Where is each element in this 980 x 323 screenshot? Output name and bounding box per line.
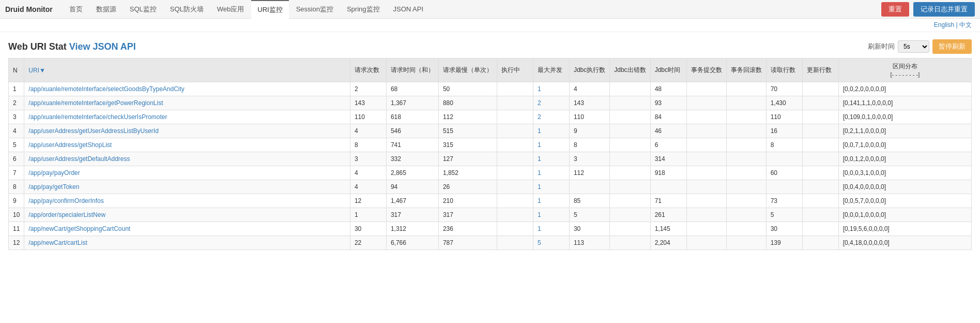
nav-datasource[interactable]: 数据源 — [90, 1, 122, 18]
nav-sql[interactable]: SQL监控 — [124, 1, 163, 18]
cell-n: 1 — [9, 82, 24, 96]
cell-n: 8 — [9, 180, 24, 194]
refresh-select[interactable]: 1s 5s 10s 30s 1min 停止 — [898, 40, 929, 53]
cell-concurrent-max[interactable]: 2 — [533, 110, 569, 124]
cell-concurrent-max[interactable]: 1 — [533, 152, 569, 166]
cell-concurrent-max[interactable]: 1 — [533, 124, 569, 138]
uri-link[interactable]: /app/pay/confirmOrderInfos — [28, 197, 103, 204]
nav-json-api[interactable]: JSON API — [387, 1, 430, 17]
cell-running — [497, 208, 533, 222]
cell-jdbc-time: 314 — [650, 152, 686, 166]
cell-jdbc-error — [610, 82, 650, 96]
cell-read-rows: 16 — [766, 124, 802, 138]
cell-read-rows: 1,430 — [766, 96, 802, 110]
cell-running — [497, 96, 533, 110]
cell-jdbc-exec: 110 — [569, 110, 609, 124]
uri-link[interactable]: /app/xuanle/remoteInterface/checkUserIsP… — [28, 113, 167, 121]
cell-uri[interactable]: /app/newCart/cartList — [24, 236, 350, 250]
cell-time-sum: 317 — [386, 208, 438, 222]
cell-concurrent-max[interactable]: 1 — [533, 194, 569, 208]
nav-spring[interactable]: Spring监控 — [341, 1, 386, 18]
cell-jdbc-exec: 9 — [569, 124, 609, 138]
cell-jdbc-error — [610, 96, 650, 110]
cell-distribution: [0,0,1,2,0,0,0,0] — [838, 152, 971, 166]
view-json-api-link[interactable]: View JSON API — [69, 41, 136, 52]
cell-uri[interactable]: /app/xuanle/remoteInterface/getPowerRegi… — [24, 96, 350, 110]
cell-tx-rollback — [726, 82, 766, 96]
cell-jdbc-error — [610, 180, 650, 194]
th-requests: 请求次数 — [350, 58, 386, 82]
nav-sql-firewall[interactable]: SQL防火墙 — [164, 1, 210, 18]
cell-running — [497, 124, 533, 138]
cell-concurrent-max[interactable]: 2 — [533, 96, 569, 110]
cell-jdbc-time: 48 — [650, 82, 686, 96]
table-container: N URI▼ 请求次数 请求时间（和） 请求最慢（单次） 执行中 最大并发 Jd… — [0, 58, 980, 258]
cell-uri[interactable]: /app/newCart/getShoppingCartCount — [24, 222, 350, 236]
log-reset-button[interactable]: 记录日志并重置 — [913, 2, 975, 17]
th-update-rows: 更新行数 — [802, 58, 838, 82]
cell-concurrent-max[interactable]: 5 — [533, 236, 569, 250]
cell-tx-rollback — [726, 180, 766, 194]
uri-link[interactable]: /app/pay/payOrder — [28, 169, 80, 177]
cell-n: 5 — [9, 138, 24, 152]
cell-jdbc-error — [610, 194, 650, 208]
cell-requests: 4 — [350, 180, 386, 194]
cell-running — [497, 110, 533, 124]
cell-jdbc-time: 84 — [650, 110, 686, 124]
cell-uri[interactable]: /app/order/specialerListNew — [24, 208, 350, 222]
cell-distribution: [0,0,2,0,0,0,0,0] — [838, 82, 971, 96]
cell-uri[interactable]: /app/userAddress/getUserAddressListByUse… — [24, 124, 350, 138]
cell-concurrent-max[interactable]: 1 — [533, 208, 569, 222]
nav-uri[interactable]: URI监控 — [251, 0, 288, 19]
table-row: 6 /app/userAddress/getDefaultAddress 3 3… — [9, 152, 972, 166]
cell-running — [497, 82, 533, 96]
cell-time-sum: 332 — [386, 152, 438, 166]
cell-uri[interactable]: /app/xuanle/remoteInterface/checkUserIsP… — [24, 110, 350, 124]
pause-button[interactable]: 暂停刷新 — [932, 39, 972, 54]
cell-jdbc-error — [610, 208, 650, 222]
th-uri[interactable]: URI▼ — [24, 58, 350, 82]
uri-link[interactable]: /app/xuanle/remoteInterface/selectGoodsB… — [28, 85, 185, 93]
cell-uri[interactable]: /app/userAddress/getShopList — [24, 138, 350, 152]
uri-link[interactable]: /app/order/specialerListNew — [28, 211, 105, 218]
table-row: 4 /app/userAddress/getUserAddressListByU… — [9, 124, 972, 138]
cell-uri[interactable]: /app/xuanle/remoteInterface/selectGoodsB… — [24, 82, 350, 96]
cell-concurrent-max[interactable]: 1 — [533, 180, 569, 194]
nav-session[interactable]: Session监控 — [290, 1, 340, 18]
cell-uri[interactable]: /app/pay/confirmOrderInfos — [24, 194, 350, 208]
uri-link[interactable]: /app/userAddress/getShopList — [28, 141, 112, 149]
uri-link[interactable]: /app/newCart/cartList — [28, 239, 87, 246]
cell-uri[interactable]: /app/pay/getToken — [24, 180, 350, 194]
cell-requests: 4 — [350, 166, 386, 180]
uri-link[interactable]: /app/userAddress/getDefaultAddress — [28, 155, 130, 163]
lang-english[interactable]: English — [934, 21, 954, 28]
nav-home[interactable]: 首页 — [63, 1, 89, 18]
cell-read-rows: 60 — [766, 166, 802, 180]
cell-concurrent-max[interactable]: 1 — [533, 82, 569, 96]
cell-time-max: 210 — [438, 194, 497, 208]
reset-button[interactable]: 重置 — [881, 2, 909, 17]
lang-chinese[interactable]: 中文 — [959, 21, 972, 28]
cell-time-sum: 546 — [386, 124, 438, 138]
cell-requests: 143 — [350, 96, 386, 110]
cell-time-sum: 6,766 — [386, 236, 438, 250]
cell-uri[interactable]: /app/pay/payOrder — [24, 166, 350, 180]
nav-web-app[interactable]: Web应用 — [211, 1, 251, 18]
cell-n: 12 — [9, 236, 24, 250]
uri-link[interactable]: /app/userAddress/getUserAddressListByUse… — [28, 127, 158, 135]
cell-jdbc-time — [650, 180, 686, 194]
uri-link[interactable]: /app/pay/getToken — [28, 183, 79, 190]
uri-link[interactable]: /app/newCart/getShoppingCartCount — [28, 225, 130, 232]
table-row: 1 /app/xuanle/remoteInterface/selectGood… — [9, 82, 972, 96]
uri-link[interactable]: /app/xuanle/remoteInterface/getPowerRegi… — [28, 99, 163, 107]
cell-concurrent-max[interactable]: 1 — [533, 222, 569, 236]
cell-distribution: [0,19,5,6,0,0,0,0] — [838, 222, 971, 236]
th-running: 执行中 — [497, 58, 533, 82]
cell-concurrent-max[interactable]: 1 — [533, 166, 569, 180]
cell-distribution: [0,0,0,3,1,0,0,0] — [838, 166, 971, 180]
table-header-row: N URI▼ 请求次数 请求时间（和） 请求最慢（单次） 执行中 最大并发 Jd… — [9, 58, 972, 82]
cell-uri[interactable]: /app/userAddress/getDefaultAddress — [24, 152, 350, 166]
cell-distribution: [0,109,0,1,0,0,0,0] — [838, 110, 971, 124]
cell-concurrent-max[interactable]: 1 — [533, 138, 569, 152]
cell-update-rows — [802, 152, 838, 166]
